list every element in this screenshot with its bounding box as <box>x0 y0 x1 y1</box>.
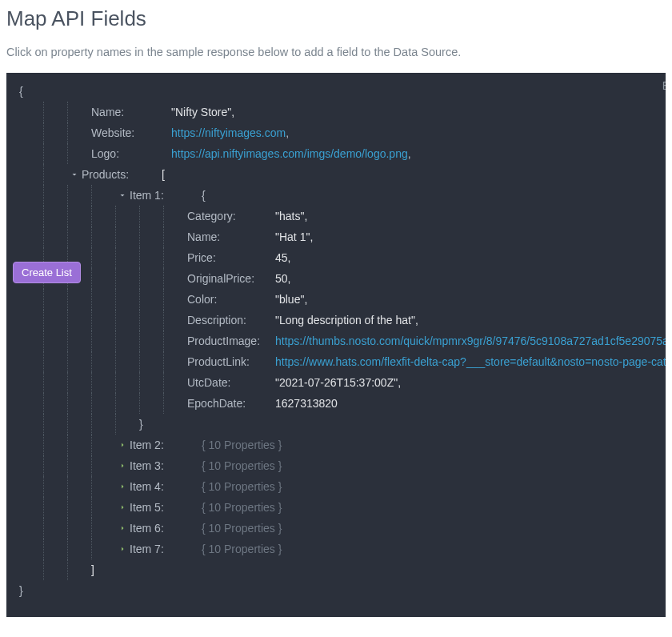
val-price: 45, <box>275 251 290 264</box>
prop-item5[interactable]: Item 5: <box>130 501 170 514</box>
collapsed-summary[interactable]: { 10 Properties } <box>202 522 282 535</box>
prop-item3[interactable]: Item 3: <box>130 459 170 472</box>
val-epochdate: 1627313820 <box>275 397 338 410</box>
brace-open: { <box>202 189 206 202</box>
page-title: Map API Fields <box>6 6 666 31</box>
prop-item6[interactable]: Item 6: <box>130 522 170 535</box>
prop-item7[interactable]: Item 7: <box>130 543 170 555</box>
val-name: "Nifty Store", <box>171 106 234 118</box>
val-origprice: 50, <box>275 272 290 285</box>
prop-products[interactable]: Products: <box>82 168 162 181</box>
brace-open: { <box>19 85 23 98</box>
prop-item4[interactable]: Item 4: <box>130 480 170 493</box>
chevron-down-icon[interactable] <box>67 170 82 179</box>
brace-close: } <box>139 418 143 431</box>
bracket-close: ] <box>91 563 94 576</box>
val-item-name: "Hat 1", <box>275 230 313 243</box>
val-productlink[interactable]: https://www.hats.com/flexfit-delta-cap?_… <box>275 355 666 368</box>
json-panel: Expand All Create List { Name: "Nifty St… <box>6 73 666 617</box>
prop-item-name[interactable]: Name: <box>187 230 275 243</box>
val-website[interactable]: https://niftyimages.com <box>171 126 286 139</box>
prop-category[interactable]: Category: <box>187 210 275 222</box>
prop-desc[interactable]: Description: <box>187 314 275 327</box>
create-list-button[interactable]: Create List <box>13 262 81 283</box>
chevron-right-icon[interactable] <box>115 523 130 533</box>
collapsed-summary[interactable]: { 10 Properties } <box>202 439 282 451</box>
chevron-right-icon[interactable] <box>115 482 130 491</box>
chevron-right-icon[interactable] <box>115 503 130 512</box>
val-productimage[interactable]: https://thumbs.nosto.com/quick/mpmrx9gr/… <box>275 335 666 347</box>
prop-logo[interactable]: Logo: <box>91 147 171 160</box>
prop-origprice[interactable]: OriginalPrice: <box>187 272 275 285</box>
prop-utcdate[interactable]: UtcDate: <box>187 376 275 389</box>
prop-productlink[interactable]: ProductLink: <box>187 355 275 368</box>
collapsed-summary[interactable]: { 10 Properties } <box>202 459 282 472</box>
prop-epochdate[interactable]: EpochDate: <box>187 397 275 410</box>
prop-item2[interactable]: Item 2: <box>130 439 170 451</box>
collapsed-summary[interactable]: { 10 Properties } <box>202 543 282 555</box>
page-description: Click on property names in the sample re… <box>6 46 666 58</box>
json-scroll-container[interactable]: Expand All Create List { Name: "Nifty St… <box>6 73 666 617</box>
chevron-right-icon[interactable] <box>115 461 130 471</box>
prop-item1[interactable]: Item 1: <box>130 189 170 202</box>
bracket-open: [ <box>162 168 165 181</box>
chevron-down-icon[interactable] <box>115 190 130 200</box>
val-logo[interactable]: https://api.niftyimages.com/imgs/demo/lo… <box>171 147 408 160</box>
brace-close: } <box>19 584 23 597</box>
prop-website[interactable]: Website: <box>91 126 171 139</box>
chevron-right-icon[interactable] <box>115 544 130 554</box>
prop-price[interactable]: Price: <box>187 251 275 264</box>
prop-name[interactable]: Name: <box>91 106 171 118</box>
val-color: "blue", <box>275 293 307 306</box>
collapsed-summary[interactable]: { 10 Properties } <box>202 501 282 514</box>
collapsed-summary[interactable]: { 10 Properties } <box>202 480 282 493</box>
val-utcdate: "2021-07-26T15:37:00Z", <box>275 376 401 389</box>
prop-color[interactable]: Color: <box>187 293 275 306</box>
chevron-right-icon[interactable] <box>115 440 130 450</box>
val-category: "hats", <box>275 210 307 222</box>
val-desc: "Long description of the hat", <box>275 314 418 327</box>
prop-productimage[interactable]: ProductImage: <box>187 335 275 347</box>
